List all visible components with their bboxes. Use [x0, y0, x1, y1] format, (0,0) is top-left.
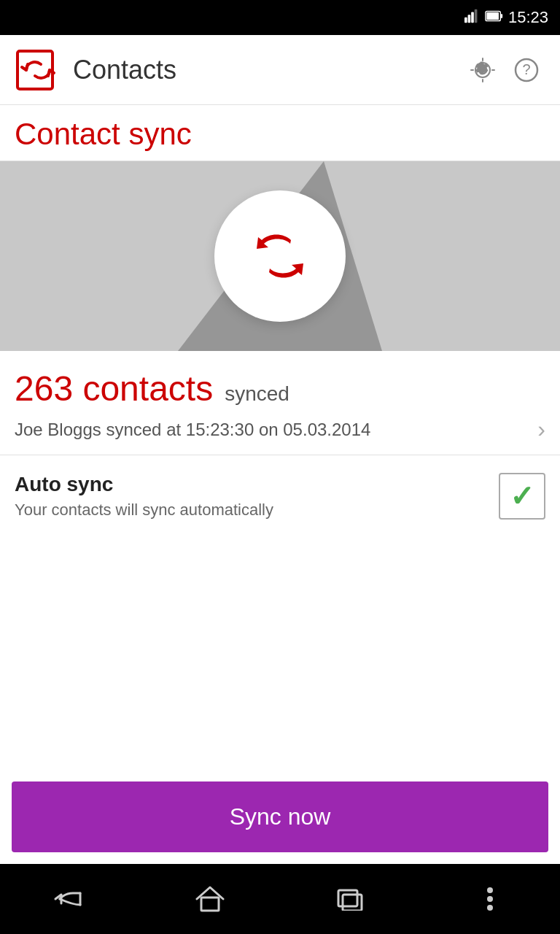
home-button[interactable] [181, 877, 239, 921]
sync-info: 263 contacts synced Joe Bloggs synced at… [0, 351, 560, 455]
section-title-text: Contact sync [15, 117, 192, 151]
svg-rect-13 [338, 890, 357, 906]
svg-rect-12 [201, 898, 219, 911]
help-button[interactable]: ? [508, 51, 545, 89]
svg-rect-7 [18, 51, 52, 89]
recent-button[interactable] [321, 877, 379, 921]
svg-rect-5 [500, 14, 502, 18]
battery-icon [485, 8, 504, 28]
auto-sync-subtitle: Your contacts will sync automatically [15, 501, 499, 520]
status-bar: 15:23 [0, 0, 560, 35]
content-spacer [0, 537, 560, 781]
hero-circle[interactable] [214, 190, 346, 322]
chevron-right-icon: › [537, 416, 545, 443]
svg-point-15 [487, 887, 493, 893]
checkmark-icon: ✓ [510, 479, 534, 513]
more-button[interactable] [461, 877, 519, 921]
sync-detail-text: Joe Bloggs synced at 15:23:30 on 05.03.2… [15, 420, 370, 440]
auto-sync-title: Auto sync [15, 473, 499, 496]
app-title: Contacts [73, 55, 464, 85]
svg-text:?: ? [522, 61, 530, 77]
svg-rect-3 [475, 9, 478, 22]
svg-rect-1 [468, 15, 471, 23]
sync-status-badge: synced [225, 382, 289, 406]
sync-count: 263 contacts [15, 368, 213, 409]
auto-sync-checkbox[interactable]: ✓ [499, 473, 545, 520]
back-button[interactable] [41, 877, 99, 921]
svg-point-17 [487, 905, 493, 911]
signal-icon [464, 8, 481, 28]
nav-bar [0, 864, 560, 934]
status-time: 15:23 [508, 8, 548, 27]
svg-rect-0 [464, 17, 467, 22]
auto-sync-row: Auto sync Your contacts will sync automa… [0, 455, 560, 537]
svg-rect-2 [471, 12, 474, 23]
settings-button[interactable] [464, 51, 502, 89]
sync-count-row: 263 contacts synced [15, 368, 545, 409]
auto-sync-text: Auto sync Your contacts will sync automa… [15, 473, 499, 520]
app-bar: Contacts ? [0, 35, 560, 105]
sync-detail-row[interactable]: Joe Bloggs synced at 15:23:30 on 05.03.2… [15, 416, 545, 443]
sync-icon [244, 220, 316, 293]
svg-point-16 [487, 896, 493, 902]
sync-now-button[interactable]: Sync now [12, 781, 548, 852]
svg-rect-6 [486, 12, 499, 19]
app-bar-actions: ? [464, 51, 545, 89]
hero-banner [0, 161, 560, 351]
section-title: Contact sync [0, 105, 560, 161]
svg-rect-14 [343, 895, 362, 911]
app-logo [15, 47, 61, 93]
